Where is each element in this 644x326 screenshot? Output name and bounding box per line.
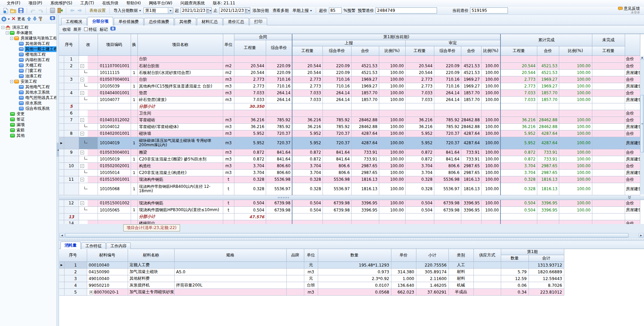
grid-row[interactable]: 101050141C20非泵送混凝土(构造柱)m33.704806.603.70… <box>59 169 640 176</box>
horizontal-scrollbar-thumb[interactable] <box>65 233 628 237</box>
col-group-report[interactable]: 上报 <box>292 40 405 46</box>
tree-item[interactable]: -单体建筑 <box>0 30 56 35</box>
vertical-scrollbar-thumb[interactable]: ≡ <box>640 95 644 152</box>
material-row[interactable]: 5+80070020-1加气混凝土专用砌筑砂浆m30.0568662.02337… <box>59 289 564 296</box>
menu-item[interactable]: 系统维护(S) <box>46 0 76 6</box>
collapse-row-button[interactable]: - <box>80 178 84 181</box>
exit-icon[interactable] <box>57 7 63 14</box>
grid-split-bar[interactable] <box>59 195 644 200</box>
grid-row[interactable]: 10-010502002001构造柱m33.704806.603.704806.… <box>59 162 640 169</box>
collapse-row-button[interactable]: - <box>80 78 84 81</box>
tree-item[interactable]: -房屋建筑与装饰工程 <box>0 35 56 41</box>
col-group-cumulative[interactable]: 累计完成 <box>500 34 592 46</box>
warn-price-input[interactable]: 2484749 <box>376 7 437 14</box>
col-header-modify[interactable]: 改 <box>79 34 98 56</box>
col-header-supply[interactable]: 供应方式 <box>473 249 501 262</box>
from-date-input[interactable]: 2021/12/23 <box>181 7 212 14</box>
expand-rows-button[interactable]: 展开 <box>73 27 81 32</box>
calendar-icon[interactable] <box>206 8 211 13</box>
grid-row[interactable]: 2-011107001001石材台阶面m220.544220.0920.5442… <box>59 62 640 69</box>
save-icon[interactable] <box>18 7 24 14</box>
move-up-button[interactable] <box>27 17 31 22</box>
tree-item[interactable]: 电气照明器具工程(含灯具 <box>0 95 56 100</box>
tree-item[interactable]: 其他装饰工程 <box>0 41 56 46</box>
calculator-icon[interactable] <box>49 7 56 14</box>
col-header-qty[interactable]: 数量 <box>318 249 391 262</box>
rename-button[interactable]: 更名 <box>17 16 25 22</box>
col-group-period1[interactable]: 第1期 <box>501 249 564 255</box>
col-header-period-total[interactable]: 合计 <box>529 255 564 262</box>
tab-4[interactable]: 其他费 <box>175 18 196 25</box>
table-settings-button[interactable]: 表格设置 <box>88 8 107 14</box>
grid-row[interactable]: 9-010503004001圈梁m30.872841.640.872841.64… <box>59 149 640 156</box>
collapse-row-button[interactable]: - <box>80 164 84 168</box>
col-header-cumulative-ratio[interactable]: 比例(%) <box>559 46 592 56</box>
tab-6[interactable]: 造价汇总 <box>223 18 249 25</box>
tab-3[interactable]: 总价措施费 <box>144 18 174 25</box>
material-row[interactable]: 349010040其他材料费元2.3*0.921.0002.11600材料12.… <box>59 275 564 282</box>
tree-expander[interactable]: - <box>10 80 13 83</box>
feedback-button[interactable]: 意见反馈 <box>618 7 640 11</box>
grid-row[interactable]: 101040771碎石垫层(灌浆)m37.033264.147.033264.1… <box>59 96 640 103</box>
comment-button[interactable]: B <box>50 16 55 22</box>
grid-row[interactable]: 1台阶合价 <box>59 56 640 62</box>
tree-item[interactable]: 油漆工程 <box>0 73 56 79</box>
tab-2[interactable]: 单价措施费 <box>114 18 144 25</box>
horizontal-scrollbar[interactable]: ◀ ▶ <box>59 233 644 238</box>
tree-expander[interactable]: - <box>6 31 9 34</box>
period-select[interactable]: 第1期 <box>144 7 173 14</box>
vertical-scrollbar[interactable]: ▲ ≡ <box>640 55 644 195</box>
grid-row[interactable]: 3-010507004001台阶m32.773710.162.773710.16… <box>59 76 640 83</box>
import-period-button[interactable]: 导入分期数据 <box>112 7 143 14</box>
tab-1[interactable]: 分部分项 <box>87 17 113 25</box>
collapse-row-button[interactable]: - <box>80 118 84 122</box>
col-header-approve-ratio[interactable]: 比例(%) <box>481 46 500 56</box>
col-header-material-code[interactable]: 材料编号 <box>87 249 128 262</box>
col-header-category[interactable]: 类别 <box>448 249 473 262</box>
tree-item[interactable]: 排水系统 <box>0 100 56 106</box>
grid-row[interactable]: 10104012零星砌砖(零星砖砌体)m336.216785.9236.2167… <box>59 123 640 130</box>
col-header-brand[interactable]: 品牌 <box>286 249 304 262</box>
grid-row[interactable]: 6卫生间合价 <box>59 110 640 117</box>
col-header-swap[interactable]: 换 <box>131 34 137 56</box>
col-header-code[interactable]: 项目编码 <box>98 34 131 56</box>
grid-row[interactable]: 101050681现浇构件带肋钢筋HRB400以内(直径 12-18mm)t0.… <box>59 183 640 195</box>
col-group-period[interactable]: 第1期(当前期) <box>292 34 500 40</box>
col-header-report-qty[interactable]: 工程量 <box>292 46 323 56</box>
collapse-row-button[interactable]: - <box>80 132 84 135</box>
overprice-input[interactable]: 85 <box>329 7 342 14</box>
col-header-contract-qty[interactable]: 工程量 <box>234 40 266 56</box>
redo-icon[interactable] <box>37 7 44 14</box>
grid-row[interactable]: 13分部小计47.576 <box>59 214 640 220</box>
col-header-cumulative-total[interactable]: 合价 <box>537 46 559 56</box>
collapse-row-button[interactable]: - <box>80 64 84 68</box>
tree-item[interactable]: 索赔 <box>0 127 56 133</box>
grid-row[interactable]: 7-010401012002零星砌砖m336.216785.9236.21678… <box>59 117 640 123</box>
material-row[interactable]: 499050210灰浆搅拌机拌筒容量200L台班0.0107136.6401.4… <box>59 282 564 289</box>
scroll-left-icon[interactable]: ◀ <box>59 233 65 237</box>
menu-item[interactable]: 项目(P) <box>24 0 46 6</box>
col-header-unfinished-qty[interactable]: 工程量 <box>592 46 625 56</box>
add-period-button[interactable]: 添加分期 <box>251 7 270 14</box>
grid-row[interactable]: 8-010402001001砌块墙m35.952720.375.952720.3… <box>59 130 640 137</box>
col-header-seq[interactable]: 序号 <box>59 34 79 56</box>
col-header-approve-total[interactable]: 合价 <box>461 46 481 56</box>
grid-comment-button[interactable]: B <box>110 27 115 32</box>
grid-row[interactable]: 101050191C20非泵送混凝土(圈梁) 掺5%防水剂m30.872841.… <box>59 156 640 162</box>
col-group-approve[interactable]: 审定 <box>405 40 500 46</box>
single-period-report-button[interactable]: 单期上报 <box>291 7 313 14</box>
new-file-icon[interactable] <box>2 7 9 14</box>
col-header-period-qty[interactable]: 数量 <box>501 255 529 262</box>
col-header-name[interactable]: 项目名称 <box>137 34 223 56</box>
col-header-material-seq[interactable]: 序号 <box>59 249 87 262</box>
bottom-panel-splitter[interactable] <box>59 238 644 241</box>
panel-splitter[interactable]: ◀ <box>57 15 59 326</box>
col-header-subtotal[interactable]: 小计 <box>416 249 448 262</box>
menu-item[interactable]: 工具(T) <box>76 0 98 6</box>
move-down-button[interactable] <box>33 17 37 22</box>
menu-item[interactable]: 版本: 21.11 <box>209 0 239 6</box>
menu-item[interactable]: 问题查询系统 <box>176 0 209 6</box>
menu-item[interactable]: 文件(F) <box>3 0 24 6</box>
calendar-icon[interactable] <box>245 8 250 13</box>
feature-checkbox[interactable]: 特征 <box>84 27 97 32</box>
